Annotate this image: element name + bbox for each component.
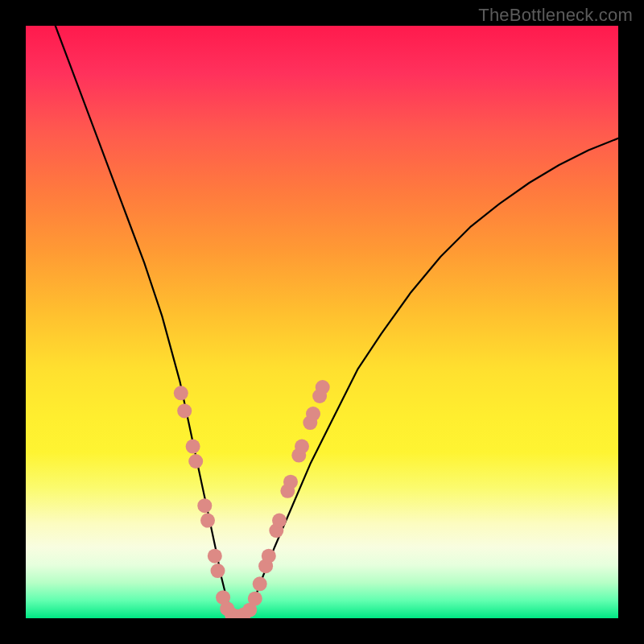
- plot-area: [26, 26, 618, 618]
- svg-point-4: [197, 498, 212, 513]
- svg-point-6: [208, 549, 222, 564]
- svg-point-5: [200, 514, 215, 528]
- svg-point-17: [262, 549, 276, 564]
- svg-point-23: [295, 440, 309, 454]
- bottleneck-curve: [56, 26, 618, 618]
- svg-point-2: [186, 440, 200, 454]
- svg-point-19: [272, 514, 287, 528]
- svg-point-3: [188, 454, 203, 469]
- marker-dots: [174, 380, 330, 618]
- svg-point-7: [211, 564, 225, 578]
- svg-point-1: [177, 403, 192, 418]
- svg-point-0: [174, 386, 188, 400]
- svg-point-27: [316, 380, 330, 394]
- svg-point-21: [283, 475, 298, 489]
- watermark-text: TheBottleneck.com: [478, 5, 633, 26]
- curve-layer: [26, 26, 618, 618]
- svg-point-14: [248, 592, 262, 606]
- svg-point-25: [306, 407, 320, 421]
- svg-point-15: [253, 576, 267, 591]
- chart-frame: TheBottleneck.com: [0, 0, 644, 644]
